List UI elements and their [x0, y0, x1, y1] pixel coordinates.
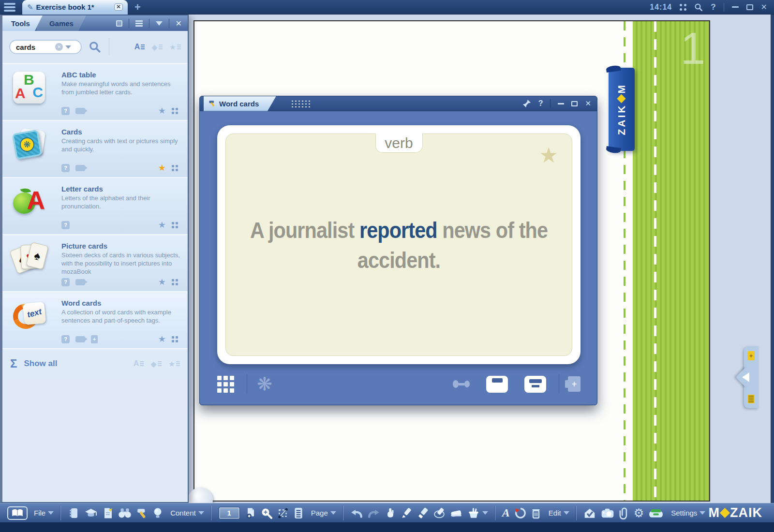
minimize-icon[interactable] [732, 6, 739, 8]
word-card[interactable]: verb ★ A journalist reported news of the… [217, 125, 580, 364]
apps-grid-icon[interactable] [680, 4, 686, 11]
delete-button[interactable] [531, 507, 541, 519]
video-icon[interactable] [75, 108, 85, 114]
help-icon[interactable]: ? [61, 164, 70, 172]
favorite-star-icon[interactable]: ★ [158, 105, 166, 116]
tab-close-icon[interactable]: ✕ [114, 3, 123, 11]
sort-by-name-icon[interactable]: A [134, 359, 144, 369]
card-front-icon[interactable] [486, 376, 508, 393]
search-input[interactable] [16, 43, 53, 51]
grid-icon[interactable] [172, 279, 178, 285]
tab-tools[interactable]: Tools [2, 15, 43, 31]
sort-by-name-icon[interactable]: A [134, 43, 145, 52]
pin-icon[interactable] [522, 99, 531, 108]
panel-chevron-down-icon[interactable] [156, 21, 163, 26]
restore-icon[interactable] [746, 4, 753, 10]
gear-icon[interactable]: ⚙ [634, 507, 644, 519]
close-icon[interactable]: ✕ [585, 99, 591, 108]
add-to-page-icon[interactable]: + [568, 376, 580, 392]
sort-by-favorite-icon[interactable]: ★ [169, 43, 181, 52]
search-field[interactable]: ✕ [9, 40, 82, 54]
word-cards-titlebar[interactable]: Word cards ? ✕ [200, 96, 597, 111]
zoom-button[interactable] [261, 507, 272, 519]
select-button[interactable] [277, 507, 289, 519]
redo-button[interactable] [368, 508, 380, 518]
eraser-tool-button[interactable] [450, 508, 462, 518]
video-icon[interactable] [75, 165, 85, 171]
page-list-button[interactable] [294, 507, 303, 519]
undo-button[interactable] [350, 508, 363, 518]
clipboard-icon[interactable] [747, 395, 755, 403]
page-menu[interactable]: Page [308, 509, 336, 517]
favorite-star-icon[interactable]: ★ [158, 334, 166, 344]
add-tab-icon[interactable]: + [134, 1, 141, 14]
favorite-star-icon[interactable]: ★ [158, 163, 166, 173]
word-cards-window[interactable]: Word cards ? ✕ verb ★ A journalist repor… [199, 96, 597, 405]
attach-button[interactable] [619, 507, 629, 519]
card-star-icon[interactable]: ★ [539, 143, 558, 167]
clear-search-icon[interactable]: ✕ [55, 43, 63, 51]
tool-item-cards[interactable]: ❋ Cards Creating cards with text or pict… [2, 120, 188, 177]
tray-button[interactable] [649, 508, 663, 518]
mozaik-ribbon-bookmark[interactable]: ZAIK M [609, 68, 635, 151]
grid-icon[interactable] [172, 222, 178, 228]
help-icon[interactable]: ? [61, 278, 70, 286]
search-history-chevron-icon[interactable] [65, 45, 71, 49]
tool-item-abc-table[interactable]: ABC ABC table Make meaningful words and … [2, 63, 188, 120]
sort-by-type-icon[interactable]: ◆ [150, 359, 161, 369]
insert-page-icon[interactable]: + [91, 335, 98, 343]
tool-item-picture-cards[interactable]: ♠♥♠ Picture cards Sixteen decks of cards… [2, 234, 188, 291]
content-menu[interactable]: Content [167, 509, 204, 517]
edit-menu[interactable]: Edit [546, 509, 569, 517]
open-book-button[interactable] [7, 506, 28, 520]
notebook-button[interactable] [68, 507, 79, 519]
word-cards-tab[interactable]: Word cards [204, 96, 276, 111]
link-dots-icon[interactable] [453, 380, 470, 388]
help-icon[interactable]: ? [711, 2, 715, 12]
show-all-row[interactable]: Σ Show all A ◆ ★ [2, 348, 188, 378]
pen-tool-button[interactable] [401, 507, 412, 519]
flower-icon[interactable]: ❋ [257, 375, 272, 393]
search-button-icon[interactable] [89, 41, 101, 53]
grid-icon[interactable] [172, 336, 178, 342]
help-icon[interactable]: ? [61, 107, 70, 115]
open-panel-arrow-icon[interactable] [742, 372, 749, 382]
drag-handle-icon[interactable] [291, 100, 311, 107]
record-button[interactable] [515, 507, 526, 519]
ideas-button[interactable] [153, 507, 163, 519]
homework-button[interactable] [583, 507, 596, 519]
card-back-icon[interactable] [524, 376, 546, 393]
page-number-box[interactable]: 1 [219, 507, 240, 519]
search-icon[interactable] [694, 3, 703, 12]
grid-icon[interactable] [172, 108, 178, 114]
sort-by-type-icon[interactable]: ◆ [151, 43, 162, 52]
add-page-icon[interactable]: + [747, 351, 755, 360]
highlighter-tool-button[interactable] [417, 507, 429, 519]
help-icon[interactable]: ? [538, 99, 543, 108]
panel-close-icon[interactable]: ✕ [176, 19, 182, 28]
hand-tool-button[interactable] [385, 507, 396, 519]
favorite-star-icon[interactable]: ★ [158, 220, 166, 230]
lessons-button[interactable] [84, 507, 98, 519]
drawing-tools-button[interactable] [467, 507, 488, 519]
page-side-flyout[interactable]: + [744, 346, 759, 408]
sort-by-favorite-icon[interactable]: ★ [168, 359, 180, 369]
grid-icon[interactable] [172, 165, 178, 171]
minimize-icon[interactable] [558, 103, 564, 104]
add-page-button[interactable] [245, 507, 256, 519]
menu-icon[interactable] [0, 0, 19, 15]
tools-button[interactable] [136, 507, 148, 519]
document-button[interactable] [103, 507, 113, 519]
tool-item-word-cards[interactable]: text Word cards A collection of word car… [2, 291, 188, 348]
file-menu[interactable]: File [31, 509, 54, 517]
marker-tool-button[interactable] [433, 507, 445, 519]
help-icon[interactable]: ? [61, 335, 70, 343]
close-icon[interactable]: ✕ [761, 2, 767, 12]
settings-menu[interactable]: Settings [668, 509, 705, 517]
deck-grid-icon[interactable] [217, 376, 234, 393]
favorite-star-icon[interactable]: ★ [158, 277, 166, 287]
help-icon[interactable]: ? [61, 221, 70, 229]
text-tool-button[interactable]: A [502, 506, 510, 519]
panel-list-icon[interactable] [135, 20, 143, 27]
video-icon[interactable] [75, 336, 85, 342]
